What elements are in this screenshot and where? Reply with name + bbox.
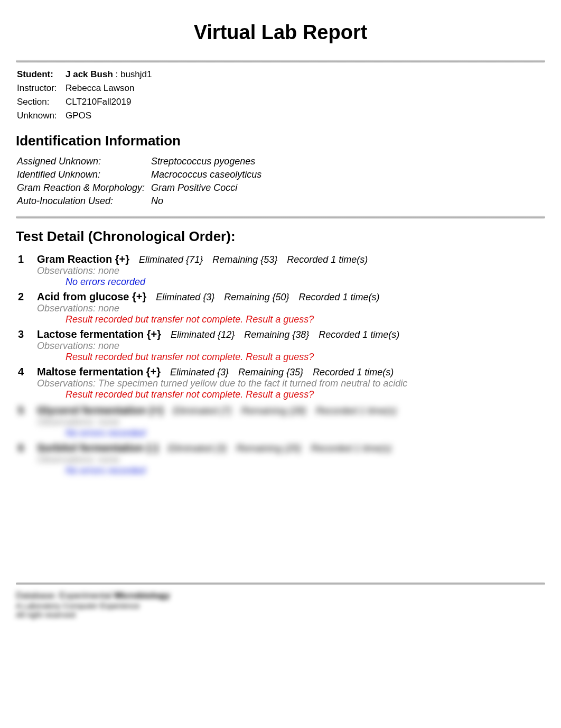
test-observations: Observations: none (37, 340, 545, 352)
test-message: Result recorded but transfer not complet… (66, 389, 545, 400)
id-value: Macrococcus caseolyticus (151, 169, 267, 181)
test-name: Lactose fermentation {+} (37, 328, 161, 340)
test-remaining: Remaining {25} (236, 443, 301, 454)
test-message: No errors recorded (66, 428, 545, 439)
footer-line1: Database: Experimental Microbiology (16, 591, 545, 601)
test-observations: Observations: none (37, 303, 545, 314)
instructor-value: Rebecca Lawson (66, 82, 156, 95)
test-recorded: Recorded 1 time(s) (311, 443, 391, 454)
test-observations: Observations: none (37, 454, 545, 465)
divider (16, 216, 545, 219)
test-message: No errors recorded (66, 277, 545, 288)
test-item: 3Lactose fermentation {+}Eliminated {12}… (18, 328, 545, 363)
id-value: No (151, 195, 267, 207)
divider (16, 582, 545, 585)
tests-heading: Test Detail (Chronological Order): (16, 228, 545, 245)
test-header: 5Glycerol fermentation {+}Eliminated {7}… (18, 404, 545, 417)
test-eliminated: Eliminated {12} (171, 329, 235, 340)
test-recorded: Recorded 1 time(s) (287, 254, 368, 265)
id-value: Streptococcus pyogenes (151, 155, 267, 168)
test-observations: Observations: none (37, 417, 545, 428)
identification-info-table: Assigned Unknown: Streptococcus pyogenes… (16, 154, 268, 208)
test-remaining: Remaining {28} (241, 406, 306, 417)
test-remaining: Remaining {50} (224, 292, 289, 303)
test-header: 2Acid from glucose {+}Eliminated {3}Rema… (18, 291, 545, 303)
test-item: 4Maltose fermentation {+}Eliminated {3}R… (18, 366, 545, 400)
student-id: : bushjd1 (113, 69, 152, 79)
section-label: Section: (17, 96, 64, 108)
test-number: 5 (18, 404, 27, 417)
student-name: J ack Bush (66, 69, 113, 79)
test-observations: Observations: none (37, 265, 545, 277)
test-recorded: Recorded 1 time(s) (316, 406, 397, 417)
unknown-label: Unknown: (17, 109, 64, 122)
test-recorded: Recorded 1 time(s) (298, 292, 379, 303)
test-eliminated: Eliminated {3} (170, 367, 229, 378)
test-message: Result recorded but transfer not complet… (66, 352, 545, 363)
test-item: 2Acid from glucose {+}Eliminated {3}Rema… (18, 291, 545, 325)
test-recorded: Recorded 1 time(s) (319, 329, 399, 340)
test-name: Gram Reaction {+} (37, 253, 129, 265)
test-number: 2 (18, 291, 27, 303)
test-eliminated: Eliminated {3} (156, 292, 214, 303)
test-header: 3Lactose fermentation {+}Eliminated {12}… (18, 328, 545, 340)
id-value: Gram Positive Cocci (151, 182, 267, 194)
student-value: J ack Bush : bushjd1 (66, 68, 156, 81)
test-number: 4 (18, 366, 27, 378)
footer-line2: A Laboratory Computer Experience (16, 601, 545, 610)
page-title: Virtual Lab Report (16, 21, 545, 44)
test-item: 1Gram Reaction {+}Eliminated {71}Remaini… (18, 253, 545, 288)
test-item: 6Sorbitol fermentation {-}Eliminated {3}… (18, 442, 545, 476)
divider (16, 60, 545, 63)
test-eliminated: Eliminated {3} (168, 443, 227, 454)
instructor-label: Instructor: (17, 82, 64, 95)
test-name: Acid from glucose {+} (37, 291, 146, 303)
test-number: 1 (18, 253, 27, 265)
test-name: Glycerol fermentation {+} (37, 404, 164, 417)
footer: Database: Experimental Microbiology A La… (16, 582, 545, 619)
blurred-tests-list: 5Glycerol fermentation {+}Eliminated {7}… (18, 404, 545, 476)
tests-list: 1Gram Reaction {+}Eliminated {71}Remaini… (18, 253, 545, 400)
test-message: No errors recorded (66, 465, 545, 476)
section-value: CLT210Fall2019 (66, 96, 156, 108)
footer-line1-a: Database: Experimental (16, 591, 114, 601)
test-remaining: Remaining {53} (212, 254, 277, 265)
test-number: 6 (18, 442, 27, 454)
id-label: Gram Reaction & Morphology: (17, 182, 150, 194)
test-remaining: Remaining {38} (244, 329, 309, 340)
test-message: Result recorded but transfer not complet… (66, 314, 545, 325)
id-label: Auto-Inoculation Used: (17, 195, 150, 207)
student-label: Student: (17, 68, 64, 81)
test-name: Maltose fermentation {+} (37, 366, 161, 378)
student-info-table: Student: J ack Bush : bushjd1 Instructor… (16, 67, 157, 123)
test-header: 6Sorbitol fermentation {-}Eliminated {3}… (18, 442, 545, 454)
test-observations: Observations: The specimen turned yellow… (37, 378, 545, 389)
footer-line3: All right reserved (16, 610, 545, 619)
id-label: Assigned Unknown: (17, 155, 150, 168)
test-eliminated: Eliminated {7} (173, 406, 232, 417)
test-name: Sorbitol fermentation {-} (37, 442, 158, 454)
test-remaining: Remaining {35} (238, 367, 303, 378)
unknown-value: GPOS (66, 109, 156, 122)
test-header: 1Gram Reaction {+}Eliminated {71}Remaini… (18, 253, 545, 265)
footer-line1-b: Microbiology (114, 591, 170, 601)
test-number: 3 (18, 328, 27, 340)
test-item: 5Glycerol fermentation {+}Eliminated {7}… (18, 404, 545, 439)
id-label: Identified Unknown: (17, 169, 150, 181)
test-header: 4Maltose fermentation {+}Eliminated {3}R… (18, 366, 545, 378)
identification-heading: Identification Information (16, 133, 545, 149)
test-eliminated: Eliminated {71} (139, 254, 203, 265)
test-recorded: Recorded 1 time(s) (313, 367, 394, 378)
